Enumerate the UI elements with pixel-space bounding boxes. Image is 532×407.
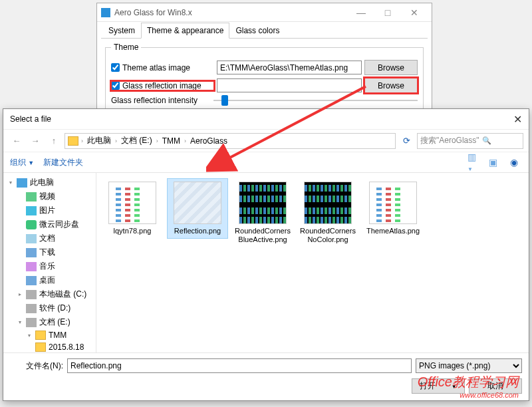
tree-item-label: 桌面 [39, 275, 55, 286]
maximize-button[interactable]: □ [374, 7, 401, 18]
open-button[interactable]: 打开 ▼ [412, 378, 465, 394]
tree-item-icon [26, 318, 37, 327]
chevron-right-icon: › [155, 138, 160, 144]
preview-pane-button[interactable]: ▣ [489, 157, 501, 168]
file-item[interactable]: lqytn78.png [102, 178, 163, 239]
dialog-footer: 文件名(N): PNG images (*.png) 打开 ▼ 取消 [3, 352, 529, 400]
tree-item-label: 图片 [39, 205, 55, 216]
breadcrumb[interactable]: › 此电脑 › 文档 (E:) › TMM › AeroGlass [65, 133, 396, 149]
browse-atlas-button[interactable]: Browse [364, 60, 418, 75]
tree-item[interactable]: 2015.8.18 [3, 341, 96, 352]
glass-reflection-checkbox-label[interactable]: Glass reflection image [111, 81, 214, 90]
tree-item-label: 下载 [39, 247, 55, 258]
expand-icon[interactable]: ▾ [17, 319, 23, 325]
expand-icon[interactable]: ▾ [7, 180, 14, 186]
tree-item[interactable]: ▾此电脑 [3, 176, 96, 190]
theme-atlas-path[interactable] [217, 61, 362, 74]
tree-item[interactable]: ▾TMM [3, 329, 96, 341]
browse-reflection-button[interactable]: Browse [364, 78, 418, 93]
file-type-filter[interactable]: PNG images (*.png) [416, 358, 522, 373]
reflection-intensity-slider[interactable] [213, 100, 418, 101]
tab-theme-appearance[interactable]: Theme & appearance [141, 23, 229, 39]
dialog-navbar: ← → ↑ › 此电脑 › 文档 (E:) › TMM › AeroGlass … [3, 129, 529, 152]
tree-item-label: 本地磁盘 (C:) [39, 289, 86, 300]
nav-up-button[interactable]: ↑ [46, 133, 62, 149]
file-name: lqytn78.png [104, 227, 161, 235]
tree-item[interactable]: 音乐 [3, 259, 96, 273]
file-item[interactable]: RoundedCornersBlueActive.png [232, 178, 293, 247]
tree-item-icon [26, 192, 37, 202]
cancel-button[interactable]: 取消 [469, 378, 522, 394]
tree-item-icon [26, 220, 37, 229]
file-name: RoundedCornersBlueActive.png [234, 227, 291, 243]
new-folder-button[interactable]: 新建文件夹 [43, 157, 83, 168]
folder-tree: ▾此电脑视频图片微云同步盘文档下载音乐桌面▸本地磁盘 (C:)软件 (D:)▾文… [3, 173, 96, 352]
expand-icon[interactable]: ▾ [26, 333, 33, 339]
expand-icon[interactable]: ▸ [17, 291, 23, 297]
tree-item-icon [26, 206, 37, 215]
filename-label: 文件名(N): [10, 360, 63, 372]
file-item[interactable]: ThemeAtlas.png [362, 178, 424, 239]
file-open-dialog: Select a file ✕ ← → ↑ › 此电脑 › 文档 (E:) › … [3, 108, 529, 401]
chevron-right-icon: › [80, 138, 84, 144]
breadcrumb-item[interactable]: 此电脑 [86, 135, 112, 146]
filename-input[interactable] [67, 358, 412, 373]
tree-item[interactable]: 桌面 [3, 273, 96, 287]
chevron-right-icon: › [114, 138, 118, 144]
theme-atlas-checkbox-label[interactable]: Theme atlas image [111, 63, 214, 72]
tree-item[interactable]: 下载 [3, 245, 96, 259]
breadcrumb-item[interactable]: TMM [161, 136, 182, 146]
tree-item[interactable]: 微云同步盘 [3, 217, 96, 231]
tree-item-icon [26, 262, 37, 271]
tree-item[interactable]: ▾文档 (E:) [3, 315, 96, 329]
theme-atlas-text: Theme atlas image [122, 63, 190, 72]
tree-item-label: 2015.8.18 [49, 342, 84, 352]
tree-item[interactable]: 图片 [3, 204, 96, 217]
dialog-close-button[interactable]: ✕ [513, 113, 522, 126]
tree-item[interactable]: 文档 [3, 231, 96, 245]
refresh-button[interactable]: ⟳ [398, 133, 414, 149]
file-item[interactable]: RoundedCornersNoColor.png [297, 178, 358, 247]
reflection-intensity-row: Glass reflection intensity [111, 96, 418, 105]
tree-item-label: 视频 [39, 191, 55, 202]
tree-item-label: 音乐 [39, 261, 55, 272]
file-name: RoundedCornersNoColor.png [299, 227, 356, 243]
theme-atlas-checkbox[interactable] [111, 63, 120, 72]
breadcrumb-item[interactable]: 文档 (E:) [120, 135, 154, 146]
aero-glass-window: Aero Glass for Win8.x — □ ✕ System Theme… [96, 3, 432, 112]
aero-titlebar: Aero Glass for Win8.x — □ ✕ [97, 3, 432, 22]
reflection-intensity-label: Glass reflection intensity [111, 96, 211, 105]
glass-reflection-checkbox[interactable] [111, 81, 120, 90]
chevron-right-icon: › [183, 138, 188, 144]
tree-item-label: 软件 (D:) [39, 303, 70, 314]
tree-item-label: 文档 (E:) [39, 317, 70, 328]
glass-reflection-text: Glass reflection image [122, 81, 201, 90]
tab-glass-colors[interactable]: Glass colors [229, 23, 285, 39]
search-placeholder: 搜索"AeroGlass" [420, 135, 479, 146]
close-button[interactable]: ✕ [401, 7, 428, 18]
organize-menu[interactable]: 组织 ▼ [10, 157, 34, 168]
breadcrumb-item[interactable]: AeroGlass [189, 136, 229, 146]
file-item[interactable]: Reflection.png [167, 178, 228, 239]
minimize-button[interactable]: — [348, 7, 374, 18]
tree-item-icon [17, 178, 27, 188]
tree-item-icon [26, 248, 37, 257]
tree-item-icon [26, 234, 37, 243]
nav-back-button[interactable]: ← [9, 133, 25, 149]
tree-item-label: 文档 [39, 233, 55, 244]
search-input[interactable]: 搜索"AeroGlass" 🔍 [417, 133, 523, 149]
tree-item-label: 微云同步盘 [39, 219, 79, 230]
file-list-pane: lqytn78.pngReflection.pngRoundedCornersB… [96, 173, 529, 352]
tree-item[interactable]: 视频 [3, 190, 96, 204]
tree-item-label: 此电脑 [30, 177, 54, 188]
tree-item-label: TMM [49, 331, 66, 340]
help-button[interactable]: ◉ [510, 157, 522, 168]
tree-item[interactable]: 软件 (D:) [3, 301, 96, 315]
view-options-button[interactable]: ▥ ▼ [467, 152, 479, 173]
tree-item[interactable]: ▸本地磁盘 (C:) [3, 287, 96, 301]
tab-system[interactable]: System [102, 23, 141, 39]
dialog-titlebar: Select a file ✕ [3, 109, 529, 129]
glass-reflection-path[interactable] [217, 78, 362, 92]
nav-forward-button[interactable]: → [27, 133, 43, 149]
theme-fieldset: Theme Theme atlas image Browse Glass ref… [105, 43, 424, 114]
